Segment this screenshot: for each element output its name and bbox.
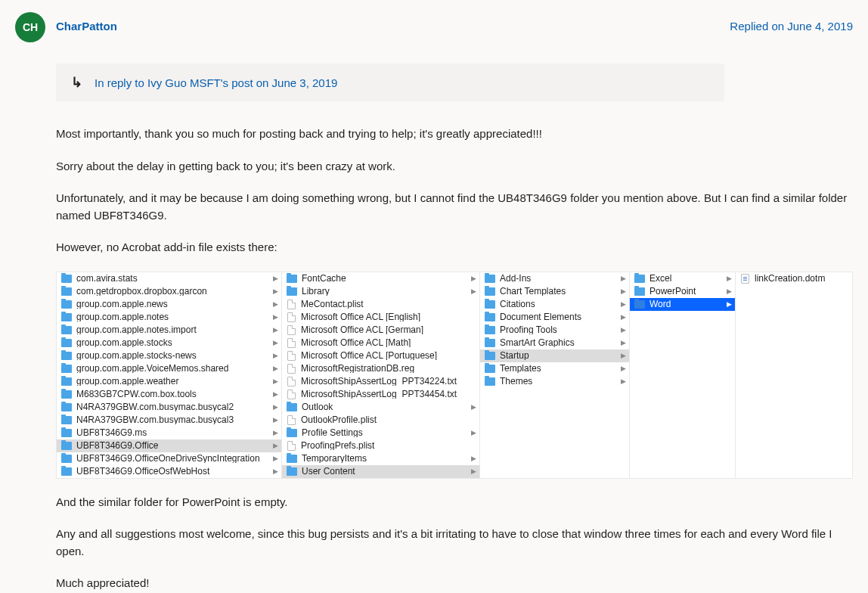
folder-icon xyxy=(61,365,72,373)
item-label: MicrosoftShipAssertLog_PPT34454.txt xyxy=(301,390,476,399)
folder-item[interactable]: com.avira.stats▶ xyxy=(57,272,281,285)
folder-icon xyxy=(485,275,495,283)
chevron-right-icon: ▶ xyxy=(273,442,278,449)
chevron-right-icon: ▶ xyxy=(273,455,278,462)
item-label: UBF8T346G9.ms xyxy=(76,428,270,437)
folder-item[interactable]: Add-Ins▶ xyxy=(480,272,629,285)
folder-item[interactable]: Templates▶ xyxy=(480,362,629,375)
chevron-right-icon: ▶ xyxy=(471,468,476,475)
item-label: group.com.apple.notes.import xyxy=(76,325,270,334)
folder-item[interactable]: Startup▶ xyxy=(480,349,629,362)
folder-item[interactable]: group.com.apple.VoiceMemos.shared▶ xyxy=(57,362,281,375)
folder-icon xyxy=(61,275,72,283)
folder-item[interactable]: N4RA379GBW.com.busymac.busycal2▶ xyxy=(57,401,281,414)
folder-item[interactable]: Proofing Tools▶ xyxy=(480,324,629,337)
file-icon xyxy=(287,390,296,399)
chevron-right-icon: ▶ xyxy=(471,404,476,411)
folder-icon xyxy=(287,287,297,296)
file-item[interactable]: linkCreation.dotm xyxy=(736,272,852,285)
item-label: Microsoft Office ACL [Portuguese] xyxy=(301,351,476,360)
folder-item[interactable]: group.com.apple.news▶ xyxy=(57,298,281,311)
folder-item[interactable]: Library▶ xyxy=(282,285,479,298)
finder-column: Add-Ins▶Chart Templates▶Citations▶Docume… xyxy=(480,272,630,478)
folder-icon xyxy=(287,403,297,411)
item-label: com.avira.stats xyxy=(76,274,270,283)
folder-item[interactable]: UBF8T346G9.OfficeOsfWebHost▶ xyxy=(57,465,281,478)
item-label: group.com.apple.stocks xyxy=(76,338,270,347)
finder-screenshot: com.avira.stats▶com.getdropbox.dropbox.g… xyxy=(56,272,853,479)
file-item[interactable]: Microsoft Office ACL [German] xyxy=(282,324,479,337)
folder-item[interactable]: group.com.apple.stocks▶ xyxy=(57,337,281,349)
folder-item[interactable]: group.com.apple.notes.import▶ xyxy=(57,324,281,337)
file-item[interactable]: Microsoft Office ACL [Portuguese] xyxy=(282,349,479,362)
folder-icon xyxy=(61,403,72,411)
folder-icon xyxy=(287,467,297,476)
file-icon xyxy=(287,312,296,322)
finder-column: com.avira.stats▶com.getdropbox.dropbox.g… xyxy=(57,272,282,478)
folder-item[interactable]: com.getdropbox.dropbox.garcon▶ xyxy=(57,285,281,298)
post-body: Most importantly, thank you so much for … xyxy=(56,126,853,592)
folder-item[interactable]: Themes▶ xyxy=(480,375,629,388)
body-paragraph: Most importantly, thank you so much for … xyxy=(56,126,853,143)
folder-icon xyxy=(61,455,72,463)
folder-item[interactable]: UBF8T346G9.Office▶ xyxy=(57,439,281,452)
folder-item[interactable]: Profile Settings▶ xyxy=(282,427,479,439)
folder-item[interactable]: UBF8T346G9.OfficeOneDriveSyncIntegration… xyxy=(57,452,281,465)
file-item[interactable]: MeContact.plist xyxy=(282,298,479,311)
file-icon xyxy=(287,415,296,425)
folder-item[interactable]: User Content▶ xyxy=(282,465,479,478)
item-label: Library xyxy=(302,287,468,296)
file-item[interactable]: Microsoft Office ACL [English] xyxy=(282,311,479,324)
folder-icon xyxy=(485,352,495,360)
folder-icon xyxy=(61,467,72,476)
chevron-right-icon: ▶ xyxy=(273,340,278,346)
item-label: FontCache xyxy=(302,274,468,283)
folder-item[interactable]: Word▶ xyxy=(630,298,735,311)
avatar[interactable]: CH xyxy=(15,12,45,42)
file-item[interactable]: MicrosoftShipAssertLog_PPT34454.txt xyxy=(282,388,479,401)
folder-item[interactable]: group.com.apple.weather▶ xyxy=(57,375,281,388)
file-item[interactable]: OutlookProfile.plist xyxy=(282,414,479,427)
folder-item[interactable]: UBF8T346G9.ms▶ xyxy=(57,427,281,439)
folder-icon xyxy=(61,326,72,334)
folder-item[interactable]: Chart Templates▶ xyxy=(480,285,629,298)
item-label: group.com.apple.stocks-news xyxy=(76,351,270,360)
folder-icon xyxy=(287,429,297,437)
folder-item[interactable]: Outlook▶ xyxy=(282,401,479,414)
item-label: OutlookProfile.plist xyxy=(301,415,476,424)
file-item[interactable]: ProofingPrefs.plist xyxy=(282,439,479,452)
folder-item[interactable]: Excel▶ xyxy=(630,272,735,285)
folder-item[interactable]: FontCache▶ xyxy=(282,272,479,285)
item-label: ProofingPrefs.plist xyxy=(301,441,476,450)
folder-item[interactable]: Document Elements▶ xyxy=(480,311,629,324)
folder-item[interactable]: Citations▶ xyxy=(480,298,629,311)
folder-item[interactable]: M683GB7CPW.com.box.tools▶ xyxy=(57,388,281,401)
folder-item[interactable]: SmartArt Graphics▶ xyxy=(480,337,629,349)
folder-icon xyxy=(485,377,495,386)
folder-item[interactable]: group.com.apple.notes▶ xyxy=(57,311,281,324)
folder-item[interactable]: group.com.apple.stocks-news▶ xyxy=(57,349,281,362)
reply-to-link[interactable]: In reply to Ivy Guo MSFT's post on June … xyxy=(95,76,337,89)
file-item[interactable]: MicrosoftRegistrationDB.reg xyxy=(282,362,479,375)
item-label: User Content xyxy=(302,467,468,476)
file-icon xyxy=(287,325,296,335)
file-item[interactable]: MicrosoftShipAssertLog_PPT34224.txt xyxy=(282,375,479,388)
folder-item[interactable]: TemporaryItems▶ xyxy=(282,452,479,465)
item-label: N4RA379GBW.com.busymac.busycal3 xyxy=(76,415,270,424)
chevron-right-icon: ▶ xyxy=(273,288,278,295)
chevron-right-icon: ▶ xyxy=(621,327,626,334)
item-label: Add-Ins xyxy=(500,274,618,283)
chevron-right-icon: ▶ xyxy=(621,275,626,282)
folder-icon xyxy=(485,287,495,296)
folder-icon xyxy=(485,326,495,334)
folder-icon xyxy=(287,455,297,463)
file-item[interactable]: Microsoft Office ACL [Math] xyxy=(282,337,479,349)
folder-icon xyxy=(634,287,645,296)
author-link[interactable]: CharPatton xyxy=(56,20,117,33)
folder-item[interactable]: N4RA379GBW.com.busymac.busycal3▶ xyxy=(57,414,281,427)
finder-column: linkCreation.dotm xyxy=(736,272,852,478)
item-label: Microsoft Office ACL [German] xyxy=(301,325,476,334)
folder-item[interactable]: PowerPoint▶ xyxy=(630,285,735,298)
item-label: Themes xyxy=(500,377,618,386)
body-paragraph: And the similar folder for PowerPoint is… xyxy=(56,494,853,511)
